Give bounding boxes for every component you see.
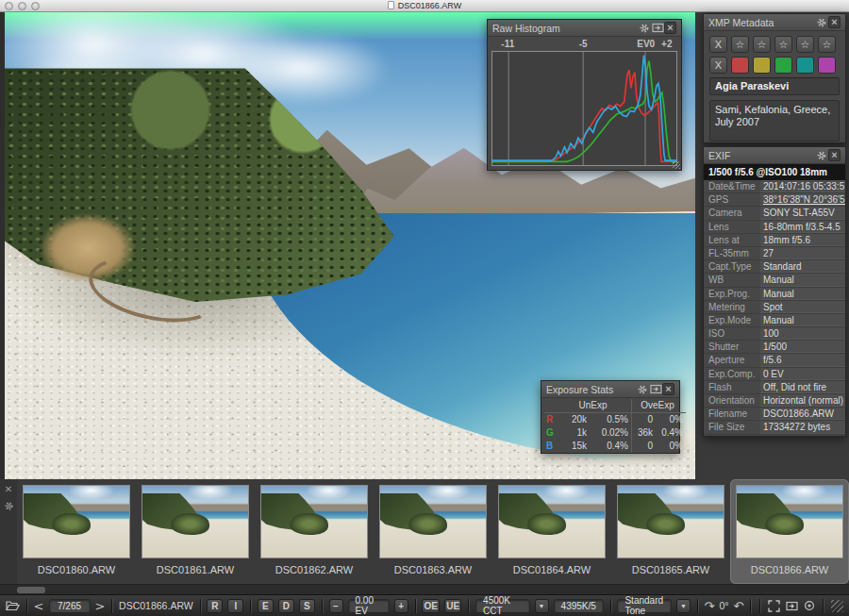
exif-field-label: Metering <box>704 301 760 313</box>
exposure-channel-label: G <box>544 426 558 440</box>
dock-panel-icon[interactable] <box>649 383 662 396</box>
exif-row: GPS38°16'38"N 20°36'53"E <box>704 193 845 207</box>
filmstrip-scrollbar[interactable] <box>0 584 849 594</box>
star-rating-button[interactable]: ☆ <box>774 36 792 53</box>
exposure-oveexp-percent: 0% <box>656 440 686 453</box>
rotate-cw-icon[interactable]: ↷ <box>705 600 715 612</box>
thumbnail-bush <box>171 513 208 535</box>
title-bar: DSC01866.ARW <box>0 0 849 12</box>
thumbnail-filename: DSC01863.ARW <box>394 564 472 575</box>
thumbnail-bush <box>290 513 327 535</box>
close-icon[interactable]: × <box>664 22 676 34</box>
white-balance-preset[interactable]: 4500K CCT <box>475 599 529 613</box>
close-icon[interactable]: × <box>662 383 674 395</box>
settings-icon[interactable] <box>804 600 815 611</box>
filmstrip-thumbnail[interactable]: DSC01865.ARW <box>611 479 730 584</box>
star-rating-button[interactable]: ☆ <box>796 36 814 53</box>
star-rating-button[interactable]: ☆ <box>731 36 749 53</box>
exposure-panel-header[interactable]: Exposure Stats × <box>541 381 679 398</box>
histogram-tick-label: -5 <box>579 39 588 49</box>
raw-histogram-panel: Raw Histogram × -11-5EV0+2 <box>487 19 682 171</box>
exposure-panel-title: Exposure Stats <box>546 384 636 395</box>
window-resize-grip[interactable] <box>831 600 843 612</box>
next-image-button[interactable]: > <box>95 600 106 612</box>
xmp-description-field[interactable]: Sami, Kefalonia, Greece, July 2007 <box>709 100 840 142</box>
gear-icon[interactable] <box>815 149 828 162</box>
fullscreen-icon[interactable] <box>768 600 780 612</box>
thumbnail-image <box>260 485 368 558</box>
thumbnail-bush <box>408 513 446 535</box>
overexposure-toggle-button[interactable]: OE <box>422 599 440 613</box>
exif-field-value: f/5.6 <box>760 354 845 366</box>
ev-increase-button[interactable]: + <box>394 599 408 613</box>
dock-panel-icon[interactable] <box>651 22 664 35</box>
filmstrip-settings-icon[interactable] <box>4 501 14 511</box>
filmstrip-scrollbar-thumb[interactable] <box>17 587 45 593</box>
exif-field-value: Off, Did not fire <box>760 381 845 393</box>
filmstrip-thumbnail[interactable]: DSC01862.ARW <box>255 479 374 584</box>
color-label-button[interactable] <box>774 57 792 74</box>
thumbnail-image <box>142 485 249 558</box>
details-toggle-button[interactable]: D <box>278 599 294 613</box>
folder-open-icon[interactable] <box>6 600 20 611</box>
filmstrip-thumbnail[interactable]: DSC01863.ARW <box>374 479 492 584</box>
xmp-panel-title: XMP Metadata <box>708 17 815 28</box>
filmstrip-thumbnail[interactable]: DSC01864.ARW <box>492 479 611 584</box>
close-icon[interactable]: × <box>828 149 841 161</box>
raw-view-toggle-button[interactable]: R <box>207 599 223 613</box>
exif-field-label: Flash <box>704 381 760 393</box>
shadows-toggle-button[interactable]: S <box>299 599 315 613</box>
minimize-window-button[interactable] <box>18 2 26 10</box>
exif-row: FlashOff, Did not fire <box>704 381 845 394</box>
ev-decrease-button[interactable]: − <box>329 599 343 613</box>
close-window-button[interactable] <box>5 2 13 10</box>
exif-row: Shutter1/500 <box>704 341 845 354</box>
xmp-title-field[interactable]: Agia Paraskevi <box>709 77 840 95</box>
exif-field-label: Date&Time <box>704 180 760 192</box>
exif-panel-header[interactable]: EXIF × <box>704 147 845 164</box>
gear-icon[interactable] <box>636 383 649 396</box>
close-icon[interactable]: × <box>828 16 841 28</box>
filmstrip-thumbnail[interactable]: DSC01861.ARW <box>136 479 255 584</box>
thumbnail-image <box>617 485 724 558</box>
exposure-col-header-oveexp: OveExp <box>631 399 686 413</box>
white-balance-dropdown-icon[interactable]: ▼ <box>535 599 549 613</box>
dock-panel-icon[interactable] <box>786 601 798 611</box>
clear-color-label-button[interactable]: X <box>709 57 727 74</box>
star-rating-button[interactable]: ☆ <box>818 36 836 53</box>
thumbnail-bush <box>765 513 803 535</box>
tone-curve-preset[interactable]: Standard Tone <box>617 599 671 613</box>
filmstrip-thumbnail[interactable]: DSC01860.ARW <box>17 479 136 584</box>
previous-image-button[interactable]: < <box>34 600 44 612</box>
exif-field-value[interactable]: 38°16'38"N 20°36'53"E <box>760 193 845 206</box>
info-toggle-button[interactable]: I <box>227 599 243 613</box>
thumbnail-bush <box>646 513 684 535</box>
exposure-col-header-unexp: UnExp <box>558 399 631 413</box>
resize-grip[interactable] <box>673 161 680 169</box>
xmp-panel-header[interactable]: XMP Metadata × <box>704 14 845 31</box>
exif-field-value: Manual <box>760 288 845 300</box>
star-rating-button[interactable]: ☆ <box>753 36 771 53</box>
clear-rating-button[interactable]: X <box>709 36 727 53</box>
zoom-window-button[interactable] <box>31 2 40 10</box>
tone-curve-dropdown-icon[interactable]: ▼ <box>676 599 691 613</box>
color-label-button[interactable] <box>818 57 836 74</box>
rotate-ccw-icon[interactable]: ↶ <box>734 600 744 612</box>
thumbnail-filename: DSC01865.ARW <box>632 564 709 575</box>
color-label-button[interactable] <box>731 57 749 74</box>
statusbar-filename: DSC01866.ARW <box>119 600 193 611</box>
underexposure-toggle-button[interactable]: UE <box>444 599 461 613</box>
exposure-toggle-button[interactable]: E <box>258 599 274 613</box>
color-label-button[interactable] <box>796 57 814 74</box>
filmstrip-close-icon[interactable]: ✕ <box>5 485 12 494</box>
gear-icon[interactable] <box>638 22 651 35</box>
exposure-oveexp-count: 0 <box>631 413 656 426</box>
histogram-axis-ticks: -11-5EV0+2 <box>491 39 677 51</box>
exposure-oveexp-percent: 0% <box>656 413 686 426</box>
thumbnail-filename: DSC01862.ARW <box>275 564 353 575</box>
histogram-panel-header[interactable]: Raw Histogram × <box>488 20 681 37</box>
color-label-button[interactable] <box>753 57 771 74</box>
exif-field-label: Shutter <box>704 341 760 353</box>
gear-icon[interactable] <box>815 16 828 29</box>
filmstrip-thumbnail[interactable]: DSC01866.ARW <box>730 479 849 584</box>
